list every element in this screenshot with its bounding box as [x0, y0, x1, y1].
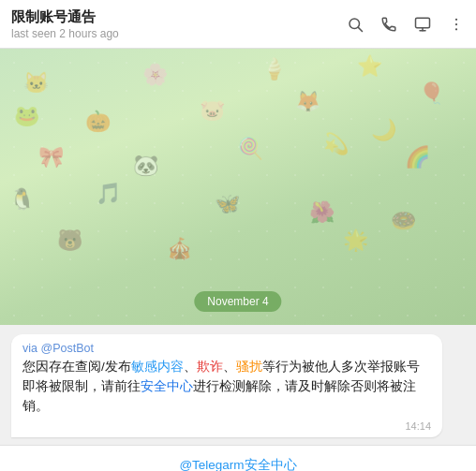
message-text: 您因存在查阅/发布敏感内容、欺诈、骚扰等行为被他人多次举报账号即将被限制，请前往…: [22, 358, 431, 417]
doodle: 🐸: [14, 104, 39, 128]
svg-point-7: [455, 28, 457, 30]
doodle: 🐱: [23, 71, 49, 96]
svg-point-5: [455, 18, 457, 20]
search-icon[interactable]: [347, 16, 364, 33]
doodle: 🐧: [9, 187, 35, 212]
doodle: 💫: [323, 132, 349, 156]
doodle: 🌙: [371, 118, 396, 142]
doodle: 🌸: [142, 63, 168, 87]
more-icon[interactable]: [448, 16, 465, 33]
header-icons: [347, 16, 465, 33]
phone-icon[interactable]: [380, 16, 397, 33]
doodle: 🦊: [295, 90, 320, 114]
svg-point-6: [455, 22, 457, 24]
message-bubble: via @PostBot 您因存在查阅/发布敏感内容、欺诈、骚扰等行为被他人多次…: [11, 334, 442, 437]
chat-background: 🐱 🌸 🍦 ⭐ 🎈 🐸 🎃 🐷 🦊 🌙 🎀 🐼 🍭 💫 🌈 🐧 🎵 🦋 🌺 🍩 …: [0, 49, 476, 325]
svg-line-1: [358, 27, 362, 31]
doodle: 🎵: [96, 182, 121, 206]
svg-rect-2: [416, 18, 430, 28]
doodle: 🍭: [238, 137, 263, 161]
doodle: 🌺: [309, 200, 335, 225]
doodle: 🎀: [38, 145, 64, 169]
doodle: 🎪: [167, 237, 192, 261]
monitor-icon[interactable]: [414, 16, 431, 33]
doodle: ⭐: [357, 54, 382, 79]
message-time: 14:14: [22, 420, 431, 432]
doodle: 🌟: [343, 228, 368, 253]
date-badge: November 4: [194, 291, 281, 312]
doodle: 🌈: [405, 145, 430, 169]
doodle: 🍦: [261, 57, 287, 81]
bottom-bar[interactable]: @Telegarm安全中心: [0, 445, 476, 471]
chat-title: 限制账号通告: [11, 8, 347, 26]
chat-status: last seen 2 hours ago: [11, 27, 347, 40]
message-via: via @PostBot: [22, 342, 431, 355]
header-info: 限制账号通告 last seen 2 hours ago: [11, 8, 347, 40]
doodle: 🦋: [215, 192, 240, 216]
doodle: 🐻: [57, 228, 82, 253]
bottom-bar-link[interactable]: @Telegarm安全中心: [179, 457, 296, 471]
doodle: 🐼: [133, 154, 158, 178]
doodle: 🎃: [85, 110, 111, 134]
doodle: 🐷: [200, 98, 225, 123]
doodle: 🎈: [419, 81, 444, 106]
message-area: via @PostBot 您因存在查阅/发布敏感内容、欺诈、骚扰等行为被他人多次…: [0, 325, 476, 445]
doodle: 🍩: [391, 209, 416, 233]
chat-header: 限制账号通告 last seen 2 hours ago: [0, 0, 476, 49]
